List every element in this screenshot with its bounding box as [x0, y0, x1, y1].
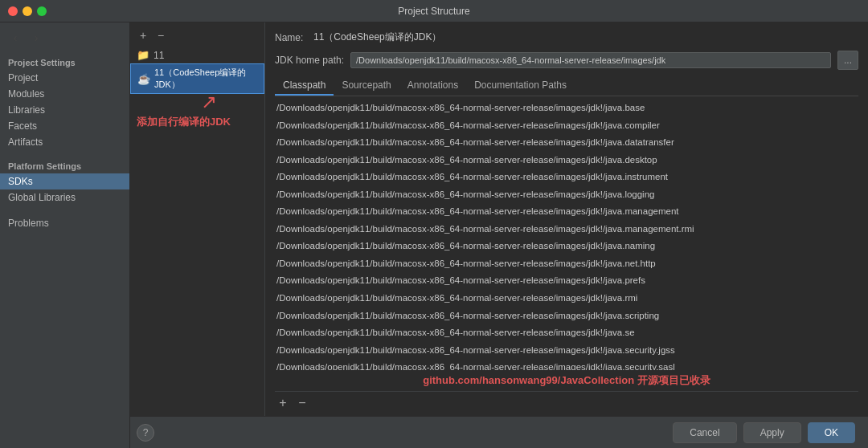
- list-item[interactable]: /Downloads/openjdk11/build/macosx-x86_64…: [275, 117, 858, 135]
- cancel-button[interactable]: Cancel: [673, 422, 736, 443]
- apply-button[interactable]: Apply: [743, 422, 801, 443]
- sdk-icon: ☕: [137, 73, 150, 85]
- classpath-list[interactable]: /Downloads/openjdk11/build/macosx-x86_64…: [275, 100, 858, 370]
- list-item[interactable]: /Downloads/openjdk11/build/macosx-x86_64…: [275, 272, 858, 290]
- list-item[interactable]: /Downloads/openjdk11/build/macosx-x86_64…: [275, 359, 858, 370]
- tree-item-sdk-codesheep[interactable]: ☕ 11（CodeSheep编译的JDK）: [130, 63, 264, 94]
- minimize-button[interactable]: [23, 6, 32, 16]
- path-row: JDK home path: ...: [275, 51, 858, 70]
- list-item[interactable]: /Downloads/openjdk11/build/macosx-x86_64…: [275, 290, 858, 307]
- tabs-bar: Classpath Sourcepath Annotations Documen…: [275, 76, 858, 96]
- forward-button[interactable]: ›: [27, 29, 45, 47]
- sidebar: ‹ › Project Settings Project Modules Lib…: [0, 22, 130, 448]
- window-title: Project Structure: [398, 6, 469, 17]
- tree-item-label: 11（CodeSheep编译的JDK）: [154, 67, 257, 91]
- add-entry-button[interactable]: +: [275, 395, 291, 411]
- list-item[interactable]: /Downloads/openjdk11/build/macosx-x86_64…: [275, 342, 858, 360]
- list-item[interactable]: /Downloads/openjdk11/build/macosx-x86_64…: [275, 203, 858, 221]
- maximize-button[interactable]: [37, 6, 47, 16]
- sidebar-item-artifacts[interactable]: Artifacts: [0, 134, 129, 150]
- tree-add-button[interactable]: +: [135, 27, 151, 43]
- name-row: Name: 11（CodeSheep编译的JDK）: [275, 31, 858, 44]
- name-label: Name:: [275, 32, 307, 43]
- remove-entry-button[interactable]: −: [294, 395, 310, 411]
- list-item[interactable]: /Downloads/openjdk11/build/macosx-x86_64…: [275, 238, 858, 255]
- list-item[interactable]: /Downloads/openjdk11/build/macosx-x86_64…: [275, 324, 858, 342]
- problems-section: Problems: [0, 215, 129, 231]
- list-item[interactable]: /Downloads/openjdk11/build/macosx-x86_64…: [275, 221, 858, 238]
- list-item[interactable]: /Downloads/openjdk11/build/macosx-x86_64…: [275, 186, 858, 204]
- list-item[interactable]: /Downloads/openjdk11/build/macosx-x86_64…: [275, 134, 858, 152]
- tab-classpath[interactable]: Classpath: [275, 76, 334, 96]
- tab-documentation[interactable]: Documentation Paths: [466, 76, 575, 96]
- content-area: + − 📁 11 ☕ 11（CodeSheep编译的JDK） 添加自行编译的JD…: [130, 22, 868, 448]
- path-label: JDK home path:: [275, 55, 344, 66]
- detail-panel: Name: 11（CodeSheep编译的JDK） JDK home path:…: [265, 22, 868, 416]
- watermark-text: github.com/hansonwang99/JavaCollection 开…: [275, 370, 858, 391]
- file-tree: + − 📁 11 ☕ 11（CodeSheep编译的JDK） 添加自行编译的JD…: [130, 22, 265, 416]
- sidebar-navigation: ‹ ›: [0, 26, 129, 53]
- tree-toolbar: + −: [130, 26, 264, 47]
- browse-button[interactable]: ...: [837, 51, 858, 70]
- list-item[interactable]: /Downloads/openjdk11/build/macosx-x86_64…: [275, 100, 858, 117]
- sidebar-item-sdks[interactable]: SDKs: [0, 173, 129, 189]
- sidebar-item-libraries[interactable]: Libraries: [0, 102, 129, 118]
- ok-button[interactable]: OK: [808, 422, 855, 443]
- close-button[interactable]: [8, 6, 18, 16]
- sidebar-item-problems[interactable]: Problems: [0, 215, 129, 231]
- tree-item-folder-11[interactable]: 📁 11: [130, 47, 264, 63]
- window-controls: [8, 6, 47, 16]
- tab-annotations[interactable]: Annotations: [399, 76, 466, 96]
- tree-item-label: 11: [154, 50, 164, 61]
- sidebar-item-modules[interactable]: Modules: [0, 86, 129, 102]
- list-item[interactable]: /Downloads/openjdk11/build/macosx-x86_64…: [275, 255, 858, 273]
- name-value: 11（CodeSheep编译的JDK）: [313, 31, 441, 44]
- tab-sourcepath[interactable]: Sourcepath: [334, 76, 399, 96]
- folder-icon: 📁: [137, 49, 149, 61]
- sidebar-item-project[interactable]: Project: [0, 70, 129, 86]
- main-container: ‹ › Project Settings Project Modules Lib…: [0, 22, 868, 448]
- list-item[interactable]: /Downloads/openjdk11/build/macosx-x86_64…: [275, 307, 858, 325]
- detail-bottom-toolbar: + −: [275, 391, 858, 411]
- sidebar-item-facets[interactable]: Facets: [0, 118, 129, 134]
- sidebar-item-global-libraries[interactable]: Global Libraries: [0, 189, 129, 206]
- annotation-arrow: ↗: [201, 91, 217, 113]
- platform-settings-section: Platform Settings SDKs Global Libraries: [0, 157, 129, 206]
- path-input[interactable]: [350, 52, 831, 68]
- bottom-bar: ? Cancel Apply OK: [130, 416, 868, 448]
- project-settings-header: Project Settings: [0, 53, 129, 70]
- list-item[interactable]: /Downloads/openjdk11/build/macosx-x86_64…: [275, 169, 858, 186]
- top-panel: + − 📁 11 ☕ 11（CodeSheep编译的JDK） 添加自行编译的JD…: [130, 22, 868, 416]
- tree-remove-button[interactable]: −: [153, 27, 169, 43]
- annotation-container: 添加自行编译的JDK ↗: [137, 115, 231, 129]
- title-bar: Project Structure: [0, 0, 868, 22]
- platform-settings-header: Platform Settings: [0, 157, 129, 173]
- list-item[interactable]: /Downloads/openjdk11/build/macosx-x86_64…: [275, 152, 858, 169]
- help-button[interactable]: ?: [137, 424, 154, 442]
- back-button[interactable]: ‹: [6, 29, 24, 47]
- annotation-text: 添加自行编译的JDK: [137, 115, 231, 129]
- help-section: ?: [137, 424, 154, 442]
